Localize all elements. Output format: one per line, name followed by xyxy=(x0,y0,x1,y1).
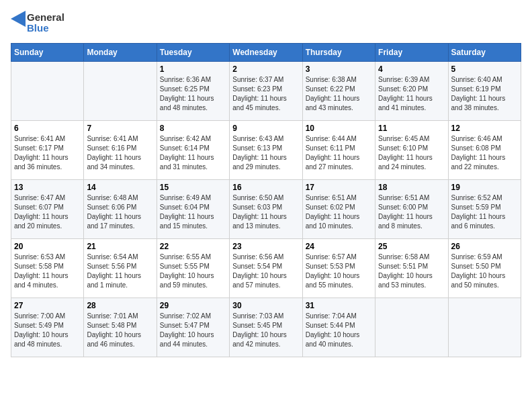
sunrise-time: Sunrise: 6:58 AM xyxy=(378,253,429,261)
sunrise-time: Sunrise: 6:54 AM xyxy=(87,253,138,261)
calendar-cell: 6 Sunrise: 6:41 AM Sunset: 6:17 PM Dayli… xyxy=(11,121,84,180)
daylight-hours: Daylight: 11 hours and 22 minutes. xyxy=(451,154,506,171)
calendar-cell: 5 Sunrise: 6:40 AM Sunset: 6:19 PM Dayli… xyxy=(448,62,521,121)
calendar-cell: 23 Sunrise: 6:56 AM Sunset: 5:54 PM Dayl… xyxy=(230,239,302,298)
calendar-cell: 17 Sunrise: 6:51 AM Sunset: 6:02 PM Dayl… xyxy=(302,180,375,239)
calendar-cell: 30 Sunrise: 7:03 AM Sunset: 5:45 PM Dayl… xyxy=(230,298,302,357)
day-number: 23 xyxy=(232,242,299,251)
sunset-time: Sunset: 5:53 PM xyxy=(306,263,355,270)
calendar-cell: 4 Sunrise: 6:39 AM Sunset: 6:20 PM Dayli… xyxy=(375,62,448,121)
day-number: 18 xyxy=(378,183,445,192)
calendar-week-row: 27 Sunrise: 7:00 AM Sunset: 5:49 PM Dayl… xyxy=(11,298,521,357)
sunset-time: Sunset: 6:10 PM xyxy=(378,144,428,152)
day-number: 15 xyxy=(160,183,226,192)
calendar-cell: 11 Sunrise: 6:45 AM Sunset: 6:10 PM Dayl… xyxy=(375,121,448,180)
daylight-hours: Daylight: 11 hours and 43 minutes. xyxy=(306,95,360,111)
sunset-time: Sunset: 6:07 PM xyxy=(14,203,64,211)
daylight-hours: Daylight: 11 hours and 34 minutes. xyxy=(87,154,141,171)
day-info: Sunrise: 6:40 AM Sunset: 6:19 PM Dayligh… xyxy=(451,75,518,113)
sunset-time: Sunset: 6:22 PM xyxy=(306,85,355,93)
day-number: 3 xyxy=(306,64,372,74)
day-number: 13 xyxy=(14,183,81,192)
sunset-time: Sunset: 6:00 PM xyxy=(378,203,428,211)
sunrise-time: Sunrise: 6:44 AM xyxy=(306,135,357,142)
day-number: 1 xyxy=(160,64,226,74)
day-number: 7 xyxy=(87,124,153,133)
sunset-time: Sunset: 5:44 PM xyxy=(306,322,355,329)
sunrise-time: Sunrise: 6:51 AM xyxy=(306,194,357,201)
calendar-cell: 15 Sunrise: 6:49 AM Sunset: 6:04 PM Dayl… xyxy=(157,180,229,239)
day-info: Sunrise: 6:44 AM Sunset: 6:11 PM Dayligh… xyxy=(306,134,372,172)
sunset-time: Sunset: 6:23 PM xyxy=(232,85,282,93)
daylight-hours: Daylight: 10 hours and 55 minutes. xyxy=(306,272,360,289)
daylight-hours: Daylight: 11 hours and 13 minutes. xyxy=(232,213,287,230)
calendar-cell: 29 Sunrise: 7:02 AM Sunset: 5:47 PM Dayl… xyxy=(157,298,229,357)
daylight-hours: Daylight: 11 hours and 8 minutes. xyxy=(378,213,433,230)
sunset-time: Sunset: 6:08 PM xyxy=(451,144,501,152)
day-number: 12 xyxy=(451,124,518,133)
sunrise-time: Sunrise: 6:47 AM xyxy=(14,194,65,201)
sunset-time: Sunset: 5:58 PM xyxy=(14,263,64,270)
daylight-hours: Daylight: 10 hours and 40 minutes. xyxy=(306,331,360,348)
calendar-cell: 9 Sunrise: 6:43 AM Sunset: 6:13 PM Dayli… xyxy=(230,121,302,180)
calendar-week-row: 13 Sunrise: 6:47 AM Sunset: 6:07 PM Dayl… xyxy=(11,180,521,239)
day-info: Sunrise: 6:51 AM Sunset: 6:00 PM Dayligh… xyxy=(378,193,445,231)
sunset-time: Sunset: 5:50 PM xyxy=(451,263,501,270)
day-info: Sunrise: 6:41 AM Sunset: 6:16 PM Dayligh… xyxy=(87,134,153,172)
daylight-hours: Daylight: 10 hours and 57 minutes. xyxy=(232,272,287,289)
day-number: 26 xyxy=(451,242,518,251)
weekday-header: Friday xyxy=(375,44,448,62)
calendar-cell: 7 Sunrise: 6:41 AM Sunset: 6:16 PM Dayli… xyxy=(84,121,157,180)
daylight-hours: Daylight: 11 hours and 20 minutes. xyxy=(14,213,69,230)
day-info: Sunrise: 6:57 AM Sunset: 5:53 PM Dayligh… xyxy=(306,253,372,290)
day-info: Sunrise: 6:58 AM Sunset: 5:51 PM Dayligh… xyxy=(378,253,445,290)
calendar-cell: 1 Sunrise: 6:36 AM Sunset: 6:25 PM Dayli… xyxy=(157,62,229,121)
day-info: Sunrise: 6:49 AM Sunset: 6:04 PM Dayligh… xyxy=(160,193,226,231)
calendar-cell: 19 Sunrise: 6:52 AM Sunset: 5:59 PM Dayl… xyxy=(448,180,521,239)
daylight-hours: Daylight: 11 hours and 48 minutes. xyxy=(160,95,214,111)
sunset-time: Sunset: 5:49 PM xyxy=(14,322,64,329)
calendar-cell: 28 Sunrise: 7:01 AM Sunset: 5:48 PM Dayl… xyxy=(84,298,157,357)
sunset-time: Sunset: 6:13 PM xyxy=(232,144,282,152)
calendar-cell: 31 Sunrise: 7:04 AM Sunset: 5:44 PM Dayl… xyxy=(302,298,375,357)
day-number: 30 xyxy=(232,301,299,310)
daylight-hours: Daylight: 11 hours and 6 minutes. xyxy=(451,213,506,230)
day-number: 24 xyxy=(306,242,372,251)
day-number: 19 xyxy=(451,183,518,192)
logo: General Blue xyxy=(11,11,64,35)
calendar-cell: 18 Sunrise: 6:51 AM Sunset: 6:00 PM Dayl… xyxy=(375,180,448,239)
logo-text-general: General xyxy=(27,12,64,24)
sunrise-time: Sunrise: 6:38 AM xyxy=(306,76,357,83)
sunset-time: Sunset: 5:56 PM xyxy=(87,263,136,270)
sunrise-time: Sunrise: 6:43 AM xyxy=(232,135,283,142)
sunset-time: Sunset: 6:17 PM xyxy=(14,144,64,152)
sunrise-time: Sunrise: 6:49 AM xyxy=(160,194,211,201)
daylight-hours: Daylight: 11 hours and 36 minutes. xyxy=(14,154,69,171)
sunrise-time: Sunrise: 6:55 AM xyxy=(160,253,211,261)
day-info: Sunrise: 6:46 AM Sunset: 6:08 PM Dayligh… xyxy=(451,134,518,172)
day-info: Sunrise: 6:45 AM Sunset: 6:10 PM Dayligh… xyxy=(378,134,445,172)
day-number: 27 xyxy=(14,301,81,310)
day-info: Sunrise: 7:01 AM Sunset: 5:48 PM Dayligh… xyxy=(87,312,153,349)
calendar-cell xyxy=(375,298,448,357)
logo-container: General Blue xyxy=(11,11,64,35)
weekday-header: Saturday xyxy=(448,44,521,62)
day-info: Sunrise: 6:56 AM Sunset: 5:54 PM Dayligh… xyxy=(232,253,299,290)
calendar-cell xyxy=(84,62,157,121)
daylight-hours: Daylight: 10 hours and 59 minutes. xyxy=(160,272,214,289)
day-number: 21 xyxy=(87,242,153,251)
day-number: 8 xyxy=(160,124,226,133)
logo-triangle-icon xyxy=(11,11,26,35)
sunrise-time: Sunrise: 6:59 AM xyxy=(451,253,502,261)
day-info: Sunrise: 7:04 AM Sunset: 5:44 PM Dayligh… xyxy=(306,312,372,349)
day-number: 14 xyxy=(87,183,153,192)
sunrise-time: Sunrise: 7:03 AM xyxy=(232,312,283,320)
calendar-cell: 2 Sunrise: 6:37 AM Sunset: 6:23 PM Dayli… xyxy=(230,62,302,121)
sunrise-time: Sunrise: 6:42 AM xyxy=(160,135,211,142)
weekday-header-row: SundayMondayTuesdayWednesdayThursdayFrid… xyxy=(11,44,521,62)
weekday-header: Thursday xyxy=(302,44,375,62)
sunrise-time: Sunrise: 6:52 AM xyxy=(451,194,502,201)
day-info: Sunrise: 7:02 AM Sunset: 5:47 PM Dayligh… xyxy=(160,312,226,349)
daylight-hours: Daylight: 11 hours and 10 minutes. xyxy=(306,213,360,230)
day-number: 20 xyxy=(14,242,81,251)
